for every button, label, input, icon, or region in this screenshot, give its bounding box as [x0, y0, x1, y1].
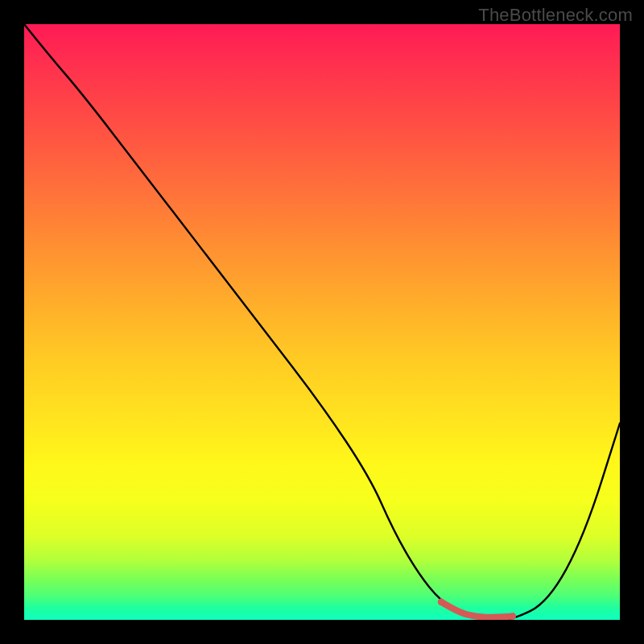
bottleneck-curve [24, 24, 620, 620]
attribution-text: TheBottleneck.com [478, 5, 633, 26]
plot-area [24, 24, 620, 620]
curve-layer [24, 24, 620, 620]
optimal-range-end-dot [510, 613, 516, 619]
optimal-range-highlight [441, 602, 513, 617]
optimal-range-start-dot [438, 599, 444, 605]
chart-frame: TheBottleneck.com [0, 0, 644, 644]
